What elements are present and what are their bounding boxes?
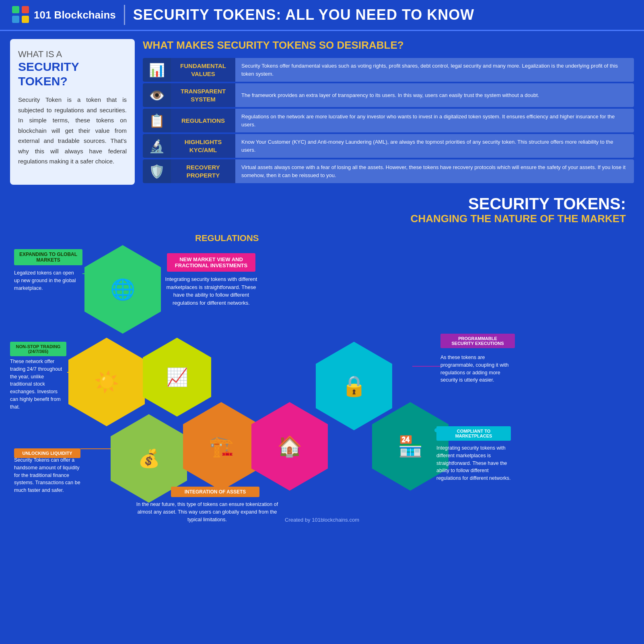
feature-row: 📋 REGULATIONS Regulations on the network… xyxy=(143,109,634,132)
expanding-text: Legalized tokens can open up new ground … xyxy=(14,269,80,292)
feature-desc-cell: Security Tokens offer fundamental values… xyxy=(235,58,634,82)
feature-icon-cell: 📊 xyxy=(143,58,171,82)
feature-icon: 🔬 xyxy=(149,139,165,153)
feature-row: 📊 FUNDAMENTAL VALUES Security Tokens off… xyxy=(143,58,634,82)
feature-icon-cell: 👁️ xyxy=(143,83,171,107)
feature-desc-cell: Virtual assets always come with a fear o… xyxy=(235,159,634,183)
non-stop-text: These network offer trading 24/7 through… xyxy=(10,358,66,411)
cube-red xyxy=(22,6,29,13)
logo-cubes xyxy=(12,6,30,24)
hex-global: 🌐 xyxy=(84,245,161,334)
integration-text: In the near future, this type of tokens … xyxy=(131,501,284,523)
header: 101 Blockchains SECURITY TOKENS: ALL YOU… xyxy=(0,0,644,31)
logo-block: 101 Blockchains xyxy=(12,6,116,24)
header-title: SECURITY TOKENS: ALL YOU NEED TO KNOW xyxy=(133,6,474,23)
programmable-text: As these tokens are programmable, coupli… xyxy=(440,354,515,384)
footer-text: Created by 101blockchains.com xyxy=(285,517,359,523)
left-card: WHAT IS A SECURITY TOKEN? Security Token… xyxy=(10,39,135,185)
right-panel: WHAT MAKES SECURITY TOKENS SO DESIRABLE?… xyxy=(143,39,634,185)
feature-name-cell: HIGHLIGHTS KYC/AML xyxy=(171,134,235,158)
feature-row: 🛡️ RECOVERY PROPERTY Virtual assets alwa… xyxy=(143,159,634,183)
feature-row: 🔬 HIGHLIGHTS KYC/AML Know Your Customer … xyxy=(143,134,634,158)
feature-desc-cell: Know Your Customer (KYC) and Anti-money … xyxy=(235,134,634,158)
hex-integration: 🏗️ xyxy=(183,402,259,491)
main-content: WHAT IS A SECURITY TOKEN? Security Token… xyxy=(0,31,644,537)
programmable-label: PROGRAMMABLE SECURITY EXECUTIONS xyxy=(440,334,515,348)
cube-green xyxy=(12,6,19,13)
feature-name-cell: RECOVERY PROPERTY xyxy=(171,159,235,183)
bottom-title-sub: CHANGING THE NATURE OF THE MARKET xyxy=(10,213,626,225)
hex-cloud: 🔒 xyxy=(316,342,392,430)
right-panel-title: WHAT MAKES SECURITY TOKENS SO DESIRABLE? xyxy=(143,39,634,52)
feature-desc-cell: The framework provides an extra layer of… xyxy=(235,83,634,107)
feature-row: 👁️ TRANSPARENT SYSTEM The framework prov… xyxy=(143,83,634,107)
regulations-label: REGULATIONS xyxy=(195,233,259,244)
new-market-text: Integrating security tokens with differe… xyxy=(163,275,259,307)
footer: Created by 101blockchains.com xyxy=(10,511,634,529)
feature-icon: 👁️ xyxy=(149,88,165,103)
compliant-text: Integrating security tokens with differe… xyxy=(436,444,511,482)
bottom-section: SECURITY TOKENS: CHANGING THE NATURE OF … xyxy=(10,195,634,511)
hex-container: REGULATIONS NEW MARKET VIEW AND FRACTION… xyxy=(10,229,634,511)
hex-chart: 📈 xyxy=(143,338,211,417)
header-divider xyxy=(124,5,125,25)
feature-name-cell: TRANSPARENT SYSTEM xyxy=(171,83,235,107)
feature-icon: 🛡️ xyxy=(149,164,165,179)
feature-icon-cell: 🔬 xyxy=(143,134,171,158)
new-market-label: NEW MARKET VIEW AND FRACTIONAL INVESTMEN… xyxy=(167,253,255,272)
integration-label: INTEGRATION OF ASSETS xyxy=(171,487,259,497)
feature-icon-cell: 📋 xyxy=(143,109,171,132)
feature-desc-cell: Regulations on the network are more lucr… xyxy=(235,109,634,132)
cube-blue xyxy=(12,16,19,23)
expanding-label: EXPANDING TO GLOBAL MARKETS xyxy=(14,249,82,265)
security-token-title: SECURITY TOKEN? xyxy=(18,60,127,89)
non-stop-label: NON-STOP TRADING (24/7/365) xyxy=(10,342,66,356)
hex-trading: ☀️ xyxy=(68,338,145,426)
feature-icon: 📊 xyxy=(149,63,165,77)
feature-name-cell: FUNDAMENTAL VALUES xyxy=(171,58,235,82)
unlocking-text: Security Tokens can offer a handsome amo… xyxy=(14,456,80,494)
compliant-label: COMPLIANT TO MARKETPLACES xyxy=(436,426,511,441)
feature-icon-cell: 🛡️ xyxy=(143,159,171,183)
top-section: WHAT IS A SECURITY TOKEN? Security Token… xyxy=(10,39,634,185)
feature-icon: 📋 xyxy=(149,114,165,128)
hex-house: 🏠 xyxy=(251,402,328,491)
bottom-title-block: SECURITY TOKENS: CHANGING THE NATURE OF … xyxy=(10,195,634,225)
features-table: 📊 FUNDAMENTAL VALUES Security Tokens off… xyxy=(143,56,634,185)
what-is-label: WHAT IS A xyxy=(18,49,127,60)
left-card-text: Security Token is a token that is subjec… xyxy=(18,95,127,167)
cube-yellow xyxy=(22,16,29,23)
bottom-title-main: SECURITY TOKENS: xyxy=(10,195,626,213)
feature-name-cell: REGULATIONS xyxy=(171,109,235,132)
logo-text: 101 Blockchains xyxy=(34,9,116,21)
